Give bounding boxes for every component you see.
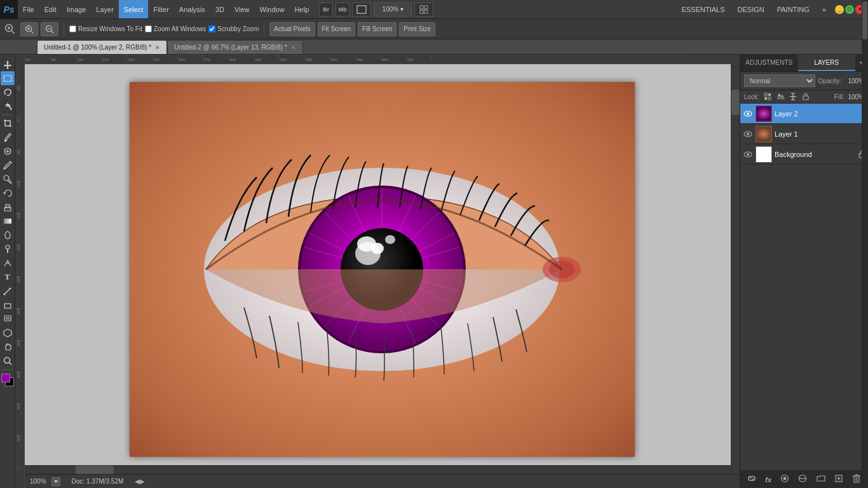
- tab-0[interactable]: Untitled-1 @ 100% (Layer 2, RGB/8) * ✕: [37, 40, 167, 54]
- lock-position-icon[interactable]: [789, 92, 797, 101]
- dodge-tool[interactable]: [1, 242, 15, 256]
- fit-screen-btn[interactable]: Fit Screen: [318, 22, 356, 36]
- essentials-btn[interactable]: ESSENTIALS: [677, 4, 730, 15]
- menu-edit[interactable]: Edit: [39, 0, 62, 18]
- scrubby-zoom-check[interactable]: Scrubby Zoom: [208, 25, 259, 32]
- zoom-tool-icon[interactable]: [3, 22, 18, 37]
- tab-1[interactable]: Untitled-2 @ 66.7% (Layer 13, RGB/8) * ✕: [167, 40, 302, 54]
- svg-text:270: 270: [204, 58, 211, 62]
- bridge-icon[interactable]: Br: [319, 3, 333, 17]
- menu-filter[interactable]: Filter: [148, 0, 173, 18]
- zoom-out-btn[interactable]: [41, 22, 58, 36]
- svg-text:100: 100: [17, 180, 20, 187]
- crop-tool[interactable]: [1, 116, 15, 130]
- svg-line-6: [12, 30, 15, 34]
- svg-text:0: 0: [17, 119, 20, 122]
- eyedropper-tool[interactable]: [1, 130, 15, 144]
- svg-rect-3: [420, 10, 423, 13]
- actual-pixels-btn[interactable]: Actual Pixels: [269, 22, 315, 36]
- lock-all-icon[interactable]: [801, 92, 810, 101]
- more-workspaces-btn[interactable]: »: [817, 4, 831, 15]
- foreground-color-swatch[interactable]: [1, 374, 10, 383]
- nav-right-icon[interactable]: ▶: [140, 478, 145, 485]
- menu-3d[interactable]: 3D: [210, 0, 229, 18]
- adjustments-tab[interactable]: ADJUSTMENTS: [740, 55, 798, 71]
- menu-image[interactable]: Image: [62, 0, 92, 18]
- tab-1-close[interactable]: ✕: [291, 44, 296, 51]
- svg-text:150: 150: [102, 58, 109, 62]
- hand-tool[interactable]: [1, 340, 15, 354]
- menu-window[interactable]: Window: [255, 0, 290, 18]
- clone-tool[interactable]: [1, 172, 15, 186]
- options-bar: Resize Windows To Fit Zoom All Windows S…: [0, 19, 868, 39]
- menu-analysis[interactable]: Analysis: [174, 0, 210, 18]
- new-adjustment-layer-btn[interactable]: [796, 473, 810, 486]
- note-tool[interactable]: [1, 312, 15, 326]
- status-options-btn[interactable]: [51, 477, 60, 486]
- tab-0-close[interactable]: ✕: [155, 44, 160, 51]
- shape-tool[interactable]: [1, 298, 15, 312]
- menu-file[interactable]: File: [18, 0, 39, 18]
- resize-windows-check[interactable]: Resize Windows To Fit: [69, 25, 142, 32]
- lock-row: Lock: Fill: 100%: [740, 90, 868, 104]
- layers-scrollbar[interactable]: [862, 104, 868, 470]
- marquee-tool[interactable]: [1, 71, 15, 85]
- minimize-button[interactable]: _: [835, 5, 844, 14]
- layer-2-visibility[interactable]: [743, 109, 753, 119]
- magic-wand-tool[interactable]: [1, 99, 15, 113]
- menu-view[interactable]: View: [229, 0, 255, 18]
- lock-transparency-icon[interactable]: [763, 92, 772, 101]
- zoom-tool[interactable]: [1, 354, 15, 368]
- print-size-btn[interactable]: Print Size: [399, 22, 435, 36]
- svg-text:150: 150: [17, 212, 20, 219]
- grid-view-icon[interactable]: [414, 3, 433, 17]
- scroll-right[interactable]: [731, 64, 740, 474]
- gradient-tool[interactable]: [1, 214, 15, 228]
- history-brush-tool[interactable]: [1, 186, 15, 200]
- zoom-level[interactable]: 100% ▾: [374, 3, 412, 17]
- add-layer-mask-btn[interactable]: [778, 473, 792, 486]
- color-swatches[interactable]: [1, 374, 14, 386]
- svg-rect-120: [764, 93, 767, 96]
- pen-tool[interactable]: [1, 256, 15, 270]
- zoom-in-btn[interactable]: [20, 22, 38, 36]
- svg-line-14: [51, 30, 54, 33]
- image-canvas[interactable]: [130, 82, 635, 457]
- brush-tool[interactable]: [1, 158, 15, 172]
- new-group-btn[interactable]: [814, 473, 828, 486]
- link-layers-btn[interactable]: [745, 473, 759, 486]
- painting-btn[interactable]: PAINTING: [772, 4, 815, 15]
- screen-mode-icon[interactable]: [352, 3, 371, 17]
- miniBridge-icon[interactable]: Mb: [336, 3, 349, 17]
- layers-tab[interactable]: LAYERS: [798, 55, 856, 71]
- canvas-wrapper[interactable]: [25, 64, 740, 474]
- zoom-all-windows-check[interactable]: Zoom All Windows: [145, 25, 206, 32]
- menu-help[interactable]: Help: [290, 0, 315, 18]
- heal-tool[interactable]: [1, 144, 15, 158]
- layer-item-2[interactable]: Layer 2: [740, 104, 868, 124]
- bg-visibility[interactable]: [743, 149, 753, 159]
- move-tool[interactable]: [1, 57, 15, 71]
- layer-1-visibility[interactable]: [743, 129, 753, 139]
- menu-layer[interactable]: Layer: [91, 0, 119, 18]
- 3d-tool[interactable]: [1, 326, 15, 340]
- design-btn[interactable]: DESIGN: [733, 4, 770, 15]
- lasso-tool[interactable]: [1, 85, 15, 99]
- new-layer-btn[interactable]: [832, 473, 846, 486]
- ps-logo: Ps: [0, 0, 18, 19]
- blur-tool[interactable]: [1, 228, 15, 242]
- eraser-tool[interactable]: [1, 200, 15, 214]
- path-select-tool[interactable]: [1, 284, 15, 298]
- blend-mode-select[interactable]: Normal Multiply Screen Overlay: [744, 74, 815, 87]
- add-layer-style-btn[interactable]: fx: [763, 475, 774, 485]
- layer-item-1[interactable]: Layer 1: [740, 124, 868, 144]
- fill-screen-btn[interactable]: Fill Screen: [358, 22, 397, 36]
- svg-point-131: [747, 112, 749, 115]
- menu-select[interactable]: Select: [119, 0, 149, 18]
- maximize-button[interactable]: □: [845, 5, 854, 14]
- nav-left-icon[interactable]: ◀: [135, 478, 140, 485]
- text-tool[interactable]: T: [1, 270, 15, 284]
- layer-item-bg[interactable]: Background: [740, 144, 868, 165]
- lock-image-icon[interactable]: [776, 92, 785, 101]
- scroll-bottom[interactable]: [25, 465, 731, 474]
